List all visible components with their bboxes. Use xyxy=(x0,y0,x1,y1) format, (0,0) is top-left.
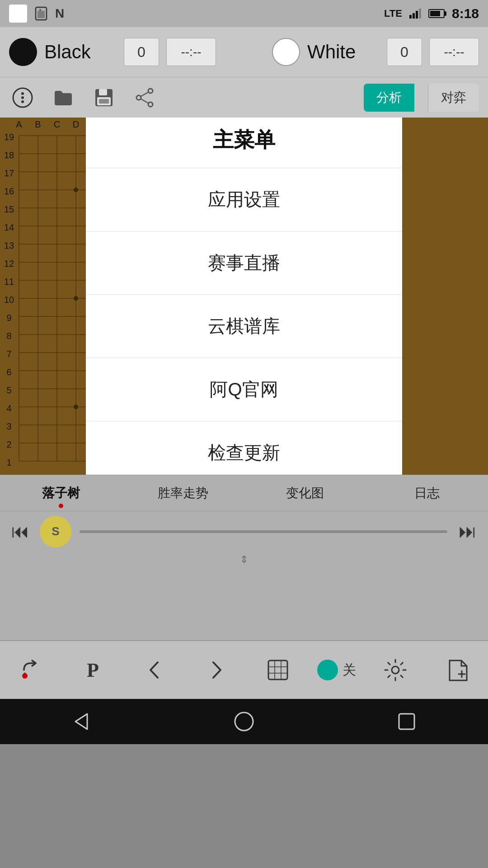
panel-area xyxy=(0,568,488,640)
tab-dot xyxy=(59,504,63,508)
svg-text:P: P xyxy=(87,659,99,681)
move-slider[interactable] xyxy=(80,530,447,533)
toggle-circle xyxy=(317,660,338,680)
black-stone xyxy=(9,38,37,66)
status-right: LTE 8:18 xyxy=(384,6,479,21)
svg-point-11 xyxy=(148,89,153,93)
nav-bar xyxy=(0,699,488,744)
compete-button[interactable]: 对弈 xyxy=(428,84,479,112)
black-player-name: Black xyxy=(44,41,117,63)
update-item[interactable]: 检查更新 xyxy=(86,421,402,475)
svg-line-15 xyxy=(141,99,148,103)
svg-point-6 xyxy=(21,100,24,103)
lte-label: LTE xyxy=(384,8,402,19)
website-item[interactable]: 阿Q官网 xyxy=(86,358,402,421)
home-button[interactable] xyxy=(226,703,262,740)
white-score: 0 xyxy=(387,38,422,66)
go-board[interactable]: A B C D E F G H J K L M N O P Q R S T 19… xyxy=(0,118,488,475)
folder-icon[interactable] xyxy=(50,84,77,111)
toggle-button[interactable]: 关 xyxy=(317,660,356,680)
modal-title: 主菜单 xyxy=(86,118,402,168)
time-display: 8:18 xyxy=(452,6,479,21)
svg-point-5 xyxy=(21,96,24,99)
svg-rect-2 xyxy=(39,9,41,11)
svg-rect-8 xyxy=(99,89,107,95)
svg-line-14 xyxy=(141,92,148,96)
tab-win-rate[interactable]: 胜率走势 xyxy=(122,475,244,511)
sim-icon xyxy=(33,5,50,22)
cloud-item[interactable]: 云棋谱库 xyxy=(86,295,402,358)
svg-rect-133 xyxy=(399,714,414,729)
settings-item[interactable]: 应用设置 xyxy=(86,168,402,231)
svg-point-132 xyxy=(235,712,253,731)
black-time: --:-- xyxy=(166,38,216,66)
svg-rect-10 xyxy=(99,99,109,104)
save-icon[interactable] xyxy=(90,84,117,111)
svg-marker-131 xyxy=(75,714,87,729)
undo-button[interactable] xyxy=(8,647,53,693)
svg-point-121 xyxy=(22,673,28,679)
svg-point-13 xyxy=(136,95,141,100)
move-controls: ⏮ S ⏭ xyxy=(0,511,488,552)
status-left: N xyxy=(9,5,64,23)
svg-rect-1 xyxy=(38,11,45,18)
main-menu-modal: 主菜单 应用设置 赛事直播 云棋谱库 阿Q官网 检查更新 xyxy=(86,118,402,475)
recents-button[interactable] xyxy=(389,703,425,740)
svg-rect-123 xyxy=(268,660,287,679)
player-bar: Black 0 --:-- White 0 --:-- xyxy=(0,27,488,77)
share-icon[interactable] xyxy=(131,84,158,111)
signal-icon xyxy=(409,9,421,19)
black-score: 0 xyxy=(124,38,159,66)
pass-button[interactable]: P xyxy=(70,647,115,693)
svg-point-12 xyxy=(148,102,153,107)
last-move-button[interactable]: ⏭ xyxy=(452,516,483,547)
live-item[interactable]: 赛事直播 xyxy=(86,231,402,294)
tab-move-tree[interactable]: 落子树 xyxy=(0,475,122,511)
bottom-tabs: 落子树 胜率走势 变化图 日志 xyxy=(0,475,488,511)
svg-point-128 xyxy=(392,666,399,674)
svg-point-4 xyxy=(21,92,24,95)
prev-button[interactable] xyxy=(132,647,177,693)
white-stone xyxy=(272,38,300,66)
white-player-name: White xyxy=(307,41,380,63)
tab-log[interactable]: 日志 xyxy=(366,475,488,511)
toolbar: 分析 对弈 xyxy=(0,77,488,118)
action-bar: P 关 xyxy=(0,640,488,699)
first-move-button[interactable]: ⏮ xyxy=(5,516,36,547)
app-icon xyxy=(9,5,27,23)
move-stone-marker: S xyxy=(40,516,71,547)
battery-icon xyxy=(428,9,445,18)
next-button[interactable] xyxy=(194,647,239,693)
menu-icon[interactable] xyxy=(9,84,36,111)
analyze-button[interactable]: 分析 xyxy=(364,84,414,112)
status-bar: N LTE 8:18 xyxy=(0,0,488,27)
white-time: --:-- xyxy=(429,38,479,66)
tab-variation[interactable]: 变化图 xyxy=(244,475,366,511)
resize-handle[interactable]: ⇕ xyxy=(0,552,488,568)
back-button[interactable] xyxy=(63,703,99,740)
settings-button[interactable] xyxy=(373,647,418,693)
n-icon: N xyxy=(55,6,64,21)
chart-button[interactable] xyxy=(255,647,300,693)
modal-overlay[interactable]: 主菜单 应用设置 赛事直播 云棋谱库 阿Q官网 检查更新 xyxy=(0,118,488,475)
add-file-button[interactable] xyxy=(435,647,480,693)
